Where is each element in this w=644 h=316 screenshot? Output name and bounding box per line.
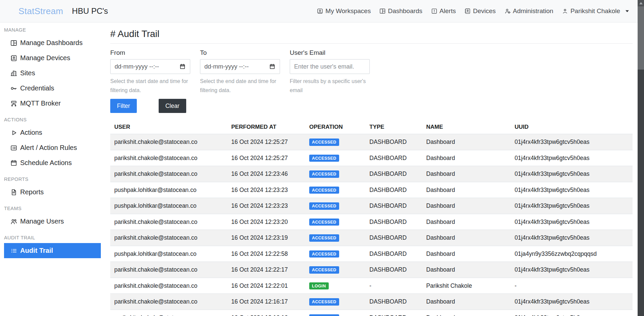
email-field[interactable] [290, 59, 370, 74]
sidebar-item-sites[interactable]: Sites [4, 66, 101, 81]
cell-uuid: - [511, 278, 633, 294]
cell-operation: ACCESSED [305, 294, 365, 310]
to-label: To [200, 49, 280, 56]
cell-name: Dashboard [422, 166, 511, 182]
table-row: parikshit.chakole@statocean.co16 Oct 202… [110, 310, 633, 316]
cell-uuid: 01j4rx4kfr33tpw6gtcv5h0eas [511, 166, 633, 182]
cell-name: Dashboard [422, 310, 511, 316]
table-row: parikshit.chakole@statocean.co16 Oct 202… [110, 262, 633, 278]
cell-name: Dashboard [422, 262, 511, 278]
nav-item-label: Dashboards [388, 7, 422, 15]
sidebar-item-mqtt-broker[interactable]: MQTT Broker [4, 96, 101, 111]
nav-alerts[interactable]: Alerts [431, 7, 456, 15]
cell-performed-at: 16 Oct 2024 12:23:23 [227, 182, 305, 198]
cell-operation: LOGIN [305, 278, 365, 294]
workspace-title: HBU PC's [72, 6, 108, 16]
cell-operation: ACCESSED [305, 134, 365, 150]
calendar-icon[interactable] [179, 63, 186, 70]
sidebar-item-alert-action-rules[interactable]: Alert / Action Rules [4, 140, 101, 155]
workspace-icon [317, 8, 323, 14]
play-icon [10, 129, 17, 136]
cell-type: DASHBOARD [365, 246, 422, 262]
cell-user: parikshit.chakole@statocean.co [110, 230, 227, 246]
sidebar-item-schedule-actions[interactable]: Schedule Actions [4, 155, 101, 170]
user-menu[interactable]: Parikshit Chakole [562, 7, 631, 15]
cell-name: Dashboard [422, 246, 511, 262]
scrollbar-up-arrow-icon[interactable] [638, 0, 644, 6]
table-row: pushpak.lohitkar@statocean.co16 Oct 2024… [110, 182, 633, 198]
lightning-bolt-icon [5, 5, 16, 17]
cell-user: parikshit.chakole@statocean.co [110, 294, 227, 310]
sidebar-item-audit-trail[interactable]: Audit Trail [4, 243, 101, 258]
brand-name[interactable]: StatStream [18, 6, 63, 16]
cell-performed-at: 16 Oct 2024 12:23:23 [227, 198, 305, 214]
chevron-down-icon [624, 8, 631, 14]
sidebar-item-credentials[interactable]: Credentials [4, 81, 101, 96]
email-help-text: Filter results by a specific user's emai… [290, 77, 370, 95]
from-date-input[interactable]: dd-mm-yyyy --:-- [110, 59, 190, 74]
nav-item-label: My Workspaces [325, 7, 371, 15]
cell-user: parikshit.chakole@statocean.co [110, 262, 227, 278]
nav-devices[interactable]: Devices [464, 7, 496, 15]
column-header-performed-at: PERFORMED AT [227, 120, 305, 134]
key-icon [10, 85, 17, 92]
cell-operation: ACCESSED [305, 198, 365, 214]
sidebar-item-manage-dashboards[interactable]: Manage Dashboards [4, 35, 101, 50]
cell-operation: ACCESSED [305, 214, 365, 230]
sidebar-item-manage-users[interactable]: Manage Users [4, 214, 101, 229]
cell-name: Dashboard [422, 134, 511, 150]
sidebar-item-manage-devices[interactable]: Manage Devices [4, 50, 101, 66]
column-header-uuid: UUID [511, 120, 633, 134]
calendar-icon [10, 159, 17, 167]
top-navbar: StatStream HBU PC's My WorkspacesDashboa… [0, 0, 644, 23]
cell-uuid: 01j4rx4kfr33tpw6gtcv5h0eas [511, 262, 633, 278]
sidebar-section-audit-trail: AUDIT TRAILAudit Trail [0, 229, 101, 258]
cell-performed-at: 16 Oct 2024 12:23:19 [227, 230, 305, 246]
cell-performed-at: 16 Oct 2024 12:22:58 [227, 246, 305, 262]
sidebar-item-label: Sites [20, 69, 35, 77]
nav-administration[interactable]: Administration [504, 7, 553, 15]
cell-type: DASHBOARD [365, 150, 422, 166]
filter-button[interactable]: Filter [110, 99, 137, 113]
calendar-icon[interactable] [269, 63, 276, 70]
from-help-text: Select the start date and time for filte… [110, 77, 190, 95]
cell-performed-at: 16 Oct 2024 12:25:27 [227, 150, 305, 166]
to-date-input[interactable]: dd-mm-yyyy --:-- [200, 59, 280, 74]
alerts-icon [431, 8, 438, 14]
clear-button[interactable]: Clear [159, 99, 186, 113]
cell-name: Parikshit Chakole [422, 278, 511, 294]
nav-item-label: Devices [473, 7, 496, 15]
sidebar-item-actions[interactable]: Actions [4, 125, 101, 140]
brand-area: StatStream HBU PC's [5, 5, 108, 17]
devices-icon [464, 8, 471, 14]
cell-type: DASHBOARD [365, 262, 422, 278]
cell-uuid: 01j4rx4kfr33tpw6gtcv5h0eas [511, 150, 633, 166]
nav-my-workspaces[interactable]: My Workspaces [317, 7, 371, 15]
sidebar-section-manage: MANAGEManage DashboardsManage DevicesSit… [0, 25, 101, 111]
sidebar-section-header: TEAMS [0, 200, 101, 214]
sidebar-item-reports[interactable]: Reports [4, 185, 101, 200]
table-row: pushpak.lohitkar@statocean.co16 Oct 2024… [110, 246, 633, 262]
filter-form: From dd-mm-yyyy --:-- Select the start d… [110, 49, 633, 95]
dashboards-icon [379, 8, 386, 14]
cell-operation: ACCESSED [305, 262, 365, 278]
cell-uuid: 01j4rx4kfr33tpw6gtcv5h0eas [511, 198, 633, 214]
column-header-user: USER [110, 120, 227, 134]
table-row: parikshit.chakole@statocean.co16 Oct 202… [110, 214, 633, 230]
cell-performed-at: 16 Oct 2024 12:22:01 [227, 278, 305, 294]
cell-type: DASHBOARD [365, 230, 422, 246]
column-header-name: NAME [422, 120, 511, 134]
cell-operation: ACCESSED [305, 246, 365, 262]
cell-type: DASHBOARD [365, 166, 422, 182]
nav-dashboards[interactable]: Dashboards [379, 7, 422, 15]
cell-user: parikshit.chakole@statocean.co [110, 214, 227, 230]
cell-type: DASHBOARD [365, 294, 422, 310]
statstream-logo[interactable] [5, 5, 16, 17]
cell-operation: ACCESSED [305, 230, 365, 246]
operation-badge-accessed: ACCESSED [309, 298, 339, 306]
table-header: USERPERFORMED ATOPERATIONTYPENAMEUUID [110, 120, 633, 134]
scrollbar-thumb[interactable] [638, 6, 644, 70]
sidebar-item-label: Manage Devices [20, 54, 70, 62]
cell-performed-at: 16 Oct 2024 12:23:46 [227, 166, 305, 182]
sidebar-item-label: Credentials [20, 84, 54, 92]
